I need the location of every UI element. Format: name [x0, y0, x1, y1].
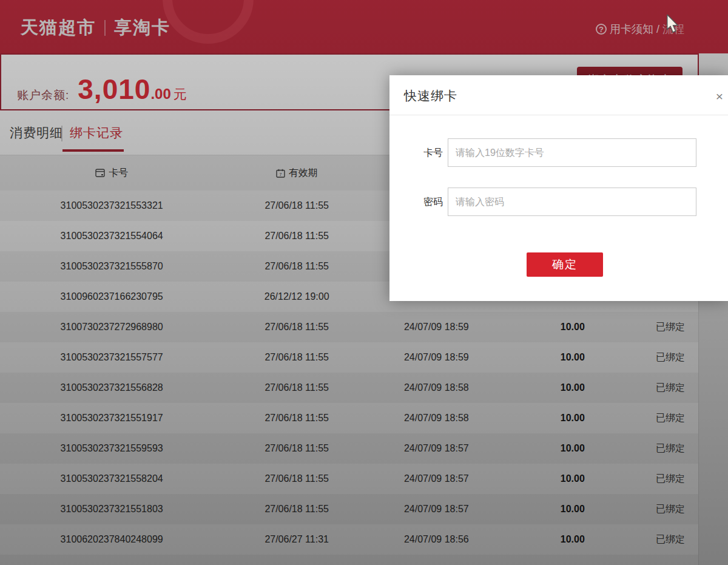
- password-input[interactable]: [448, 188, 696, 216]
- card-number-input[interactable]: [448, 138, 696, 167]
- modal-title: 快速绑卡: [404, 87, 457, 104]
- confirm-button[interactable]: 确定: [527, 252, 603, 277]
- password-form-row: 密码: [389, 188, 728, 217]
- quick-bind-modal: 快速绑卡 × 卡号 密码 确定: [389, 75, 728, 301]
- close-icon[interactable]: ×: [713, 90, 726, 103]
- card-number-label: 卡号: [389, 147, 443, 160]
- password-label: 密码: [389, 196, 443, 209]
- card-number-form-row: 卡号: [389, 138, 728, 167]
- modal-header: 快速绑卡 ×: [389, 75, 728, 115]
